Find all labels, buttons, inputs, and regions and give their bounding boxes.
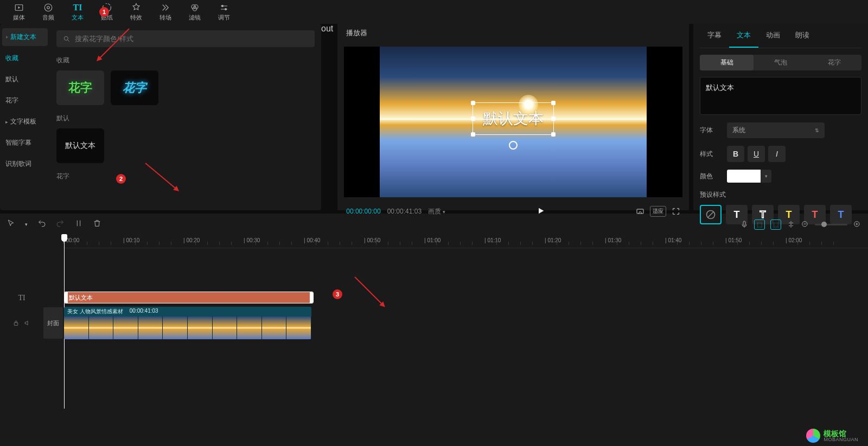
text-asset-panel: +新建文本 收藏 默认 花字 ▸文字模板 智能字幕 识别歌词 收藏 花字 花字 … [0, 24, 321, 210]
cover-button[interactable]: 封面 [43, 307, 63, 339]
color-swatch[interactable] [727, 170, 762, 183]
color-dropdown[interactable]: ▾ [761, 170, 771, 183]
text-track-icon: TI [18, 294, 25, 302]
fit-button[interactable]: 适应 [650, 206, 666, 217]
timeline-video-clip[interactable]: 美女 人物风景情感素材 00:00:41:03 [64, 307, 311, 339]
font-select[interactable]: 系统⇅ [727, 122, 825, 138]
clip-handle-right[interactable] [310, 292, 313, 303]
color-label: 颜色 [700, 172, 727, 181]
preset-style-label: 预设样式 [700, 190, 726, 199]
timeline-ruler[interactable]: | 00:00| 00:10| 00:20| 00:30| 00:40| 00:… [63, 235, 868, 248]
play-button[interactable] [537, 206, 545, 217]
resize-handle-tl[interactable] [471, 101, 475, 105]
svg-rect-11 [743, 221, 745, 225]
tab-text[interactable]: 文本 [729, 24, 758, 48]
category-transition[interactable]: 转场 [151, 1, 180, 23]
audio-icon [43, 3, 53, 12]
sidebar-item-smart-subtitle[interactable]: 智能字幕 [2, 134, 48, 152]
preset-style-none[interactable] [700, 205, 722, 224]
video-clip-name: 美女 人物风景情感素材 [67, 308, 123, 315]
player-viewport[interactable]: 默认文本 [344, 47, 682, 197]
underline-button[interactable]: U [748, 146, 765, 162]
time-total: 00:00:41:03 [387, 208, 422, 215]
sidebar-item-favorites[interactable]: 收藏 [2, 49, 48, 67]
redo-button[interactable] [56, 219, 65, 230]
sidebar-item-default[interactable]: 默认 [2, 70, 48, 88]
sidebar-item-new-text[interactable]: +新建文本 [2, 28, 48, 46]
time-current: 00:00:00:00 [346, 208, 380, 215]
svg-rect-14 [14, 322, 18, 325]
annotation-2: 2 [116, 174, 126, 184]
zoom-slider[interactable] [815, 224, 847, 225]
tab-subtitle[interactable]: 字幕 [700, 24, 729, 48]
italic-button[interactable]: I [768, 146, 786, 162]
subtab-huazi[interactable]: 花字 [808, 55, 861, 70]
plus-icon: + [5, 35, 8, 40]
watermark-subtitle: MOBANGUAN [824, 437, 858, 442]
sidebar-item-text-template[interactable]: ▸文字模板 [2, 113, 48, 131]
category-filter[interactable]: 滤镜 [180, 1, 209, 23]
pointer-tool[interactable] [7, 219, 15, 230]
pointer-dropdown[interactable]: ▾ [25, 222, 28, 227]
transition-icon [161, 3, 170, 12]
fullscreen-icon[interactable] [672, 207, 680, 216]
lock-icon[interactable] [12, 319, 20, 327]
search-box[interactable] [56, 30, 315, 47]
category-media[interactable]: 媒体 [4, 1, 34, 23]
preset-huazi-blue[interactable]: 花字 [111, 70, 158, 105]
quality-dropdown[interactable]: 画质 ▾ [428, 207, 445, 216]
clip-handle-left[interactable] [65, 292, 68, 303]
delete-button[interactable] [93, 219, 101, 230]
player-controls: 00:00:00:00 00:00:41:03 画质 ▾ 适应 [337, 202, 689, 223]
undo-button[interactable] [37, 219, 46, 230]
category-text[interactable]: TI 文本 [63, 1, 92, 23]
svg-rect-9 [637, 209, 643, 214]
resize-handle-bl[interactable] [471, 132, 475, 137]
category-audio[interactable]: 音频 [34, 1, 63, 23]
rotate-handle[interactable] [509, 141, 518, 150]
resize-handle-mr[interactable] [551, 117, 556, 121]
video-thumbnails [64, 316, 311, 339]
zoom-in-icon[interactable] [853, 220, 861, 229]
search-input[interactable] [75, 35, 308, 43]
style-label: 样式 [700, 150, 727, 159]
chevron-updown-icon: ⇅ [815, 128, 819, 133]
resize-handle-br[interactable] [551, 132, 556, 137]
subtab-bubble[interactable]: 气泡 [754, 55, 807, 70]
preset-huazi-green[interactable]: 花字 [56, 70, 104, 105]
svg-point-8 [64, 36, 68, 40]
split-tool[interactable] [74, 219, 83, 230]
watermark-title: 模板馆 [824, 430, 858, 437]
auto-subtitle-icon[interactable]: ⬚ [754, 219, 765, 230]
tab-animation[interactable]: 动画 [758, 24, 788, 48]
sidebar-item-huazi[interactable]: 花字 [2, 92, 48, 109]
bold-button[interactable]: B [727, 146, 744, 162]
text-overlay-box[interactable]: 默认文本 [473, 102, 554, 135]
category-adjust[interactable]: 调节 [209, 1, 239, 23]
resize-handle-tr[interactable] [551, 101, 556, 105]
timeline[interactable]: | 00:00| 00:10| 00:20| 00:30| 00:40| 00:… [0, 235, 868, 446]
timeline-text-clip[interactable]: 默认文本 [64, 292, 314, 303]
text-preset-list: 收藏 花字 花字 默认 默认文本 花字 [50, 24, 321, 210]
annotation-1: 1 [99, 7, 109, 17]
watermark-logo-icon [806, 429, 820, 443]
category-effect[interactable]: 特效 [122, 1, 151, 23]
tab-read[interactable]: 朗读 [788, 24, 817, 48]
category-label: 文本 [72, 14, 84, 22]
main-workspace: +新建文本 收藏 默认 花字 ▸文字模板 智能字幕 识别歌词 收藏 花字 花字 … [0, 24, 868, 210]
resize-handle-ml[interactable] [471, 117, 475, 121]
mute-icon[interactable] [24, 319, 31, 327]
prop-tabs: 字幕 文本 动画 朗读 [700, 24, 861, 48]
align-icon[interactable] [787, 220, 795, 229]
compare-icon[interactable] [636, 207, 644, 216]
text-content-input[interactable]: 默认文本 [700, 77, 861, 115]
category-label: 媒体 [13, 14, 25, 22]
category-label: 音频 [42, 14, 54, 22]
mic-icon[interactable] [740, 220, 749, 229]
sidebar-item-recognize-lyrics[interactable]: 识别歌词 [2, 155, 48, 173]
auto-beat-icon[interactable]: ⬚ [770, 219, 781, 230]
zoom-out-icon[interactable] [801, 220, 809, 229]
category-label: 特效 [130, 14, 142, 22]
preset-default-text[interactable]: 默认文本 [56, 128, 104, 163]
subtab-basic[interactable]: 基础 [700, 55, 754, 70]
